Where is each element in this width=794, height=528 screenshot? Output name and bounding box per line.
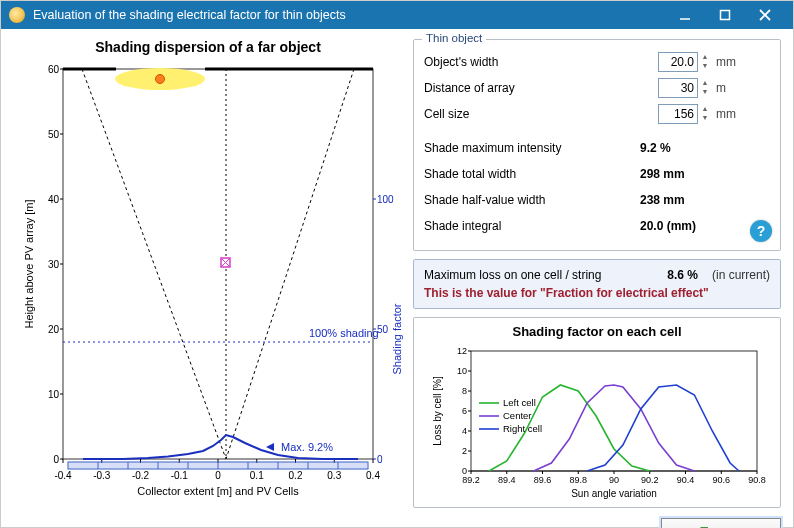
chevron-up-icon[interactable]: ▲ [700, 105, 710, 114]
cell-chart-title: Shading factor on each cell [418, 324, 776, 339]
svg-text:10: 10 [457, 366, 467, 376]
summary-note: (in current) [712, 268, 770, 282]
svg-text:40: 40 [48, 194, 60, 205]
curve-arrow-icon [266, 443, 274, 451]
right-y-axis-label: Shading factor [391, 303, 403, 374]
svg-text:90.6: 90.6 [712, 475, 730, 485]
app-window: Evaluation of the shading electrical fac… [0, 0, 794, 528]
chevron-up-icon[interactable]: ▲ [700, 79, 710, 88]
svg-text:8: 8 [462, 386, 467, 396]
object-width-input[interactable] [658, 52, 698, 72]
cell-chart: 0 2 4 6 8 10 12 89.2 89.4 89.6 89.8 [418, 343, 776, 503]
svg-text:0.1: 0.1 [250, 470, 264, 481]
chevron-down-icon[interactable]: ▼ [700, 62, 710, 71]
svg-text:89.6: 89.6 [534, 475, 552, 485]
cellsize-unit: mm [710, 107, 770, 121]
svg-text:0.4: 0.4 [366, 470, 380, 481]
left-y-axis-label: Height above PV array [m] [23, 199, 35, 328]
chevron-up-icon[interactable]: ▲ [700, 53, 710, 62]
svg-text:0: 0 [53, 454, 59, 465]
svg-text:0: 0 [377, 454, 383, 465]
svg-text:89.2: 89.2 [462, 475, 480, 485]
object-width-label: Object's width [424, 55, 658, 69]
object-width-stepper[interactable]: ▲▼ [658, 52, 710, 72]
svg-text:0: 0 [215, 470, 221, 481]
svg-text:90.4: 90.4 [677, 475, 695, 485]
integral-value: 20.0 (mm) [640, 219, 730, 233]
svg-text:90.8: 90.8 [748, 475, 766, 485]
svg-text:6: 6 [462, 406, 467, 416]
integral-label: Shade integral [424, 219, 640, 233]
max-intensity-label: Shade maximum intensity [424, 141, 640, 155]
summary-subtext: This is the value for "Fraction for elec… [424, 286, 770, 300]
svg-text:-0.2: -0.2 [132, 470, 150, 481]
svg-line-46 [226, 69, 354, 459]
cellsize-stepper[interactable]: ▲▼ [658, 104, 710, 124]
svg-text:Right cell: Right cell [503, 423, 542, 434]
annotation-100pct: 100% shading [309, 327, 379, 339]
svg-text:4: 4 [462, 426, 467, 436]
sun-marker [156, 75, 165, 84]
max-intensity-value: 9.2 % [640, 141, 710, 155]
total-width-label: Shade total width [424, 167, 640, 181]
title-bar: Evaluation of the shading electrical fac… [1, 1, 793, 29]
close-button[interactable]: Close [661, 518, 781, 528]
minimize-button[interactable] [665, 1, 705, 29]
window-title: Evaluation of the shading electrical fac… [33, 8, 665, 22]
chevron-down-icon[interactable]: ▼ [700, 114, 710, 123]
cell-chart-panel: Shading factor on each cell 0 2 4 6 8 [413, 317, 781, 508]
cell-y-axis-label: Loss by cell [%] [432, 376, 443, 446]
svg-line-45 [82, 69, 226, 459]
maximize-button[interactable] [705, 1, 745, 29]
svg-text:Center: Center [503, 410, 532, 421]
svg-text:0.3: 0.3 [327, 470, 341, 481]
annotation-max: Max. 9.2% [281, 441, 333, 453]
svg-text:90.2: 90.2 [641, 475, 659, 485]
distance-label: Distance of array [424, 81, 658, 95]
svg-text:50: 50 [48, 129, 60, 140]
svg-text:-0.1: -0.1 [171, 470, 189, 481]
svg-text:2: 2 [462, 446, 467, 456]
chevron-down-icon[interactable]: ▼ [700, 88, 710, 97]
svg-text:20: 20 [48, 324, 60, 335]
distance-stepper[interactable]: ▲▼ [658, 78, 710, 98]
summary-label: Maximum loss on one cell / string [424, 268, 667, 282]
svg-text:60: 60 [48, 64, 60, 75]
thin-object-group: Thin object Object's width ▲▼ mm Distanc… [413, 39, 781, 251]
svg-rect-4 [63, 69, 373, 459]
svg-text:12: 12 [457, 346, 467, 356]
svg-rect-63 [68, 462, 368, 469]
x-axis-label: Collector extent [m] and PV Cells [137, 485, 299, 497]
cellsize-input[interactable] [658, 104, 698, 124]
cell-x-axis-label: Sun angle variation [571, 488, 657, 499]
svg-text:90: 90 [609, 475, 619, 485]
svg-text:30: 30 [48, 259, 60, 270]
svg-text:0.2: 0.2 [289, 470, 303, 481]
object-width-unit: mm [710, 55, 770, 69]
half-width-value: 238 mm [640, 193, 710, 207]
svg-rect-1 [721, 11, 730, 20]
half-width-label: Shade half-value width [424, 193, 640, 207]
summary-value: 8.6 % [667, 268, 698, 282]
svg-text:-0.4: -0.4 [54, 470, 72, 481]
dispersion-chart: 0 10 20 30 40 50 60 0 50 100 [13, 59, 403, 528]
distance-unit: m [710, 81, 770, 95]
pv-cells-bar [68, 462, 368, 469]
svg-text:Left cell: Left cell [503, 397, 536, 408]
svg-text:100: 100 [377, 194, 394, 205]
distance-input[interactable] [658, 78, 698, 98]
svg-text:89.8: 89.8 [569, 475, 587, 485]
dispersion-chart-title: Shading dispersion of a far object [13, 39, 403, 55]
cellsize-label: Cell size [424, 107, 658, 121]
help-icon[interactable]: ? [750, 220, 772, 242]
summary-box: Maximum loss on one cell / string 8.6 % … [413, 259, 781, 309]
total-width-value: 298 mm [640, 167, 710, 181]
thin-object-legend: Thin object [422, 32, 486, 44]
svg-text:10: 10 [48, 389, 60, 400]
svg-text:-0.3: -0.3 [93, 470, 111, 481]
close-window-button[interactable] [745, 1, 785, 29]
svg-text:89.4: 89.4 [498, 475, 516, 485]
app-icon [9, 7, 25, 23]
